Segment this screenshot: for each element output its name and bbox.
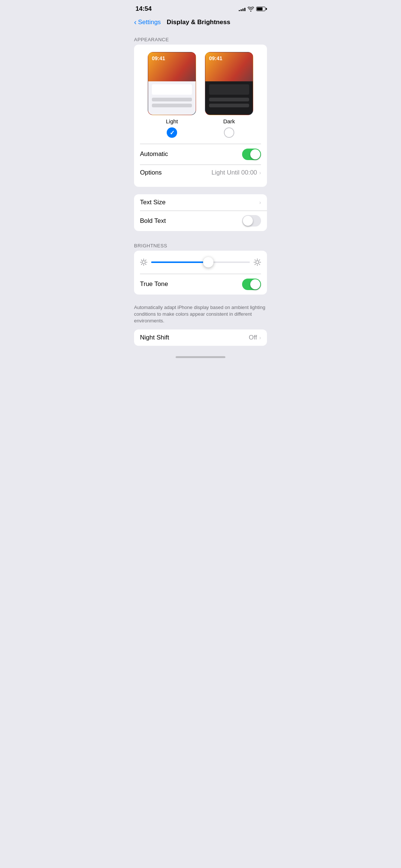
bold-text-row: Bold Text	[134, 211, 267, 231]
signal-icon	[239, 7, 245, 11]
light-label: Light	[166, 118, 178, 124]
appearance-section: 09:41 Light ✓ 09:41	[134, 45, 267, 187]
back-chevron-icon: ‹	[134, 18, 137, 26]
battery-fill	[257, 7, 263, 10]
text-size-value: ›	[259, 199, 261, 205]
battery-icon	[256, 7, 265, 11]
light-option[interactable]: 09:41 Light ✓	[148, 52, 196, 138]
night-shift-row[interactable]: Night Shift Off ›	[134, 329, 267, 346]
bold-text-label: Bold Text	[140, 217, 166, 225]
dark-ui	[205, 81, 253, 115]
appearance-card: 09:41 Light ✓ 09:41	[134, 45, 267, 187]
bold-text-toggle[interactable]	[242, 215, 261, 227]
brightness-slider[interactable]	[151, 256, 250, 269]
night-shift-label: Night Shift	[140, 334, 169, 341]
brightness-section-label: BRIGHTNESS	[128, 238, 273, 251]
options-label: Options	[140, 169, 162, 176]
text-size-row[interactable]: Text Size ›	[134, 194, 267, 211]
automatic-row: Automatic	[134, 144, 267, 165]
true-tone-row: True Tone	[134, 274, 267, 295]
true-tone-thumb	[250, 279, 260, 289]
options-chevron-icon: ›	[259, 170, 261, 176]
brightness-card: True Tone	[134, 251, 267, 295]
checkmark-icon: ✓	[170, 129, 175, 136]
options-row[interactable]: Options Light Until 00:00 ›	[134, 165, 267, 181]
svg-line-15	[259, 264, 260, 265]
back-label: Settings	[138, 19, 161, 26]
svg-line-5	[141, 260, 142, 261]
dark-radio[interactable]	[224, 127, 234, 138]
slider-thumb[interactable]	[203, 257, 213, 267]
night-shift-card: Night Shift Off ›	[134, 329, 267, 346]
appearance-options: 09:41 Light ✓ 09:41	[134, 52, 267, 144]
svg-point-9	[256, 261, 259, 264]
dark-option[interactable]: 09:41 Dark	[205, 52, 253, 138]
night-shift-chevron-icon: ›	[259, 335, 261, 341]
true-tone-footnote: Automatically adapt iPhone display based…	[128, 302, 273, 330]
night-shift-value: Off ›	[249, 334, 261, 341]
brightness-high-icon	[254, 259, 261, 266]
page-title: Display & Brightness	[167, 19, 230, 26]
automatic-label: Automatic	[140, 150, 168, 158]
light-ui	[148, 81, 196, 115]
svg-line-7	[145, 260, 146, 261]
toggle-thumb	[250, 149, 260, 159]
home-bar	[176, 356, 225, 358]
options-value: Light Until 00:00 ›	[211, 169, 261, 176]
wifi-icon	[248, 7, 254, 12]
light-preview-time: 09:41	[152, 55, 165, 61]
true-tone-toggle[interactable]	[242, 279, 261, 290]
svg-line-6	[145, 264, 146, 264]
text-card: Text Size › Bold Text	[134, 194, 267, 231]
bold-toggle-thumb	[243, 216, 253, 226]
text-size-label: Text Size	[140, 199, 166, 206]
light-preview: 09:41	[148, 52, 196, 115]
brightness-low-icon	[140, 259, 147, 266]
light-radio[interactable]: ✓	[167, 127, 177, 138]
status-bar: 14:54	[128, 0, 273, 15]
appearance-section-label: APPEARANCE	[128, 32, 273, 45]
status-time: 14:54	[136, 5, 151, 13]
dark-preview-time: 09:41	[209, 55, 222, 61]
svg-line-8	[141, 264, 142, 264]
automatic-toggle[interactable]	[242, 149, 261, 160]
brightness-slider-row	[134, 251, 267, 274]
dark-label: Dark	[223, 118, 235, 124]
slider-track	[151, 261, 250, 263]
status-icons	[239, 7, 265, 12]
dark-preview: 09:41	[205, 52, 253, 115]
text-size-chevron-icon: ›	[259, 199, 261, 205]
true-tone-label: True Tone	[140, 280, 168, 288]
svg-point-0	[142, 261, 145, 264]
slider-fill	[151, 261, 208, 263]
svg-line-16	[259, 260, 260, 260]
night-shift-value-text: Off	[249, 334, 257, 341]
svg-line-14	[255, 260, 255, 260]
svg-line-17	[255, 264, 255, 265]
home-indicator	[128, 353, 273, 360]
options-value-text: Light Until 00:00	[211, 169, 257, 176]
header: ‹ Settings Display & Brightness	[128, 15, 273, 32]
back-button[interactable]: ‹ Settings	[134, 18, 161, 26]
